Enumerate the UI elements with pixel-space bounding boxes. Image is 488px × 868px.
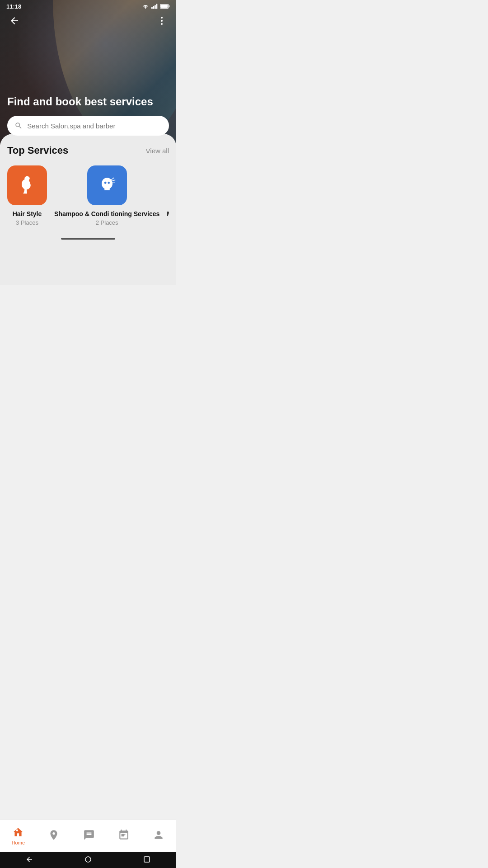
- service-item-shampoo[interactable]: Shampoo & Condi tioning Services 2 Place…: [54, 165, 160, 226]
- battery-icon: [160, 4, 170, 9]
- service-item-makeup[interactable]: Makeup & Lash services 2 Places: [167, 165, 169, 226]
- section-title: Top Services: [7, 145, 68, 156]
- svg-line-13: [111, 178, 114, 180]
- hero-nav: [0, 14, 176, 29]
- status-time: 11:18: [6, 3, 21, 10]
- signal-icon: [151, 4, 158, 9]
- svg-rect-16: [109, 180, 111, 185]
- hair-style-name: Hair Style: [13, 210, 42, 218]
- search-bar[interactable]: [7, 116, 169, 136]
- svg-point-12: [108, 182, 110, 184]
- wifi-icon: [142, 4, 149, 9]
- svg-point-9: [161, 23, 163, 25]
- svg-point-7: [161, 17, 163, 19]
- svg-point-10: [24, 176, 30, 181]
- svg-rect-2: [155, 5, 156, 9]
- content-area: Top Services View all Hair Style 3 Place…: [0, 134, 176, 285]
- makeup-name: Makeup & Lash services: [167, 210, 169, 218]
- svg-rect-0: [151, 7, 153, 9]
- back-button[interactable]: [7, 14, 22, 29]
- shampoo-places: 2 Places: [96, 219, 118, 226]
- back-icon: [9, 15, 20, 26]
- status-bar: 11:18: [0, 0, 176, 13]
- hair-style-places: 3 Places: [16, 219, 38, 226]
- more-icon: [156, 15, 167, 26]
- service-item-hair-style[interactable]: Hair Style 3 Places: [7, 165, 47, 226]
- services-row: Hair Style 3 Places Shampoo &: [7, 165, 169, 231]
- svg-rect-1: [153, 6, 155, 9]
- search-icon: [14, 121, 23, 130]
- top-services-header: Top Services View all: [7, 145, 169, 156]
- hair-style-icon-bg: [7, 165, 47, 205]
- more-button[interactable]: [155, 14, 169, 29]
- scroll-indicator: [61, 238, 115, 240]
- status-icons: [142, 4, 170, 9]
- svg-point-11: [104, 182, 106, 184]
- search-input[interactable]: [27, 122, 162, 130]
- shampoo-icon: [96, 175, 118, 196]
- shampoo-icon-bg: [87, 165, 127, 205]
- view-all-button[interactable]: View all: [146, 147, 169, 155]
- svg-rect-6: [160, 5, 168, 8]
- svg-rect-3: [156, 4, 158, 9]
- shampoo-name: Shampoo & Condi tioning Services: [54, 210, 160, 218]
- svg-point-8: [161, 20, 163, 22]
- hero-headline: Find and book best services: [7, 94, 169, 108]
- hero-section: Find and book best services: [0, 0, 176, 145]
- svg-rect-5: [169, 5, 169, 7]
- hair-style-icon: [16, 175, 38, 196]
- svg-line-14: [112, 180, 115, 181]
